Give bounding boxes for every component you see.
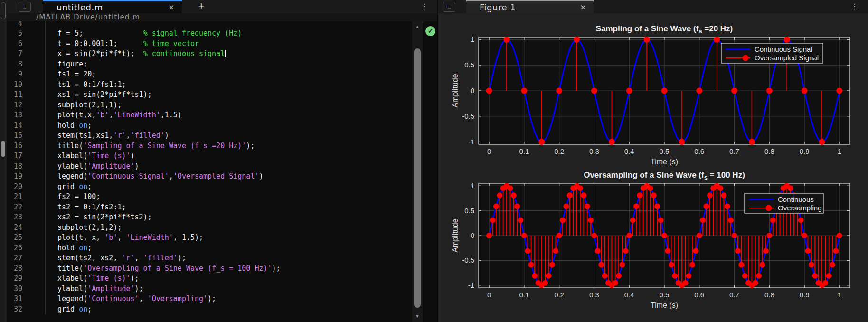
code-line[interactable]: 31legend('Continuous', 'Oversampling');: [7, 294, 412, 304]
code-line[interactable]: 4: [7, 21, 412, 28]
line-number: 29: [7, 274, 46, 284]
chart-title: Oversampling of a Sine Wave (fs = 100 Hz…: [584, 170, 745, 181]
tick-label: 0.5: [660, 147, 670, 155]
tick-label: 0.5: [464, 61, 474, 69]
line-text: stem(ts1,xs1,'r','filled'): [46, 131, 169, 141]
tick-label: 0.8: [764, 291, 774, 299]
tab-untitled[interactable]: untitled.m ✕: [43, 0, 182, 13]
code-line[interactable]: 28title('Oversampling of a Sine Wave (f_…: [7, 264, 412, 274]
line-text: ts1 = 0:1/fs1:1;: [46, 80, 126, 90]
line-text: legend('Continuous Signal','Oversampled …: [46, 171, 264, 182]
code-line[interactable]: 20grid on;: [7, 182, 412, 192]
figure-canvas[interactable]: 00.10.20.30.40.50.60.70.80.91-1-0.500.51…: [438, 13, 868, 322]
code-line[interactable]: 16title('Sampling of a Sine Wave (f_s =2…: [7, 141, 412, 152]
line-text: f = 5; % signal frequency (Hz): [46, 28, 242, 39]
code-line[interactable]: 26hold on;: [7, 243, 412, 254]
breadcrumb[interactable]: /MATLAB Drive/untitled.m: [7, 13, 438, 21]
line-number: 18: [7, 161, 46, 172]
tick-label: 0.6: [694, 147, 704, 155]
code-line[interactable]: 24subplot(2,1,2);: [7, 223, 412, 233]
tick-label: 0.5: [660, 291, 670, 299]
line-text: ts2 = 0:1/fs2:1;: [46, 202, 126, 213]
line-text: hold on;: [46, 121, 92, 131]
code-line[interactable]: 14hold on;: [7, 121, 412, 131]
tick-label: 0.3: [589, 291, 599, 299]
scroll-down-icon[interactable]: ▼: [412, 313, 423, 320]
figure-overflow-menu-icon[interactable]: ⋮: [851, 2, 859, 11]
code-analyzer-gutter: ✓: [423, 21, 438, 322]
line-number: 14: [7, 121, 46, 131]
code-line[interactable]: 10ts1 = 0:1/fs1:1;: [7, 80, 412, 90]
code-line[interactable]: 21fs2 = 100;: [7, 192, 412, 202]
line-text: hold on;: [46, 243, 92, 254]
code-line[interactable]: 6t = 0:0.001:1; % time vector: [7, 39, 412, 49]
line-number: 24: [7, 223, 46, 233]
tick-label: 0: [471, 86, 474, 95]
tab-title: Figure 1: [466, 2, 516, 12]
legend-entry: Continuous Signal: [755, 45, 812, 53]
editor-menu-button[interactable]: ≡: [19, 2, 31, 12]
panel-drag-handle[interactable]: [1, 2, 6, 19]
line-text: plot(t,x,'b','LineWidth',1.5): [46, 110, 182, 121]
code-line[interactable]: 30ylabel('Amplitude');: [7, 284, 412, 294]
tick-label: 0.9: [800, 291, 810, 299]
line-number: 26: [7, 243, 46, 254]
line-text: subplot(2,1,1);: [46, 100, 122, 111]
line-text: title('Oversampling of a Sine Wave (f_s …: [46, 264, 281, 274]
code-line[interactable]: 13plot(t,x,'b','LineWidth',1.5): [7, 110, 412, 121]
legend[interactable]: Continuous SignalOversampled Signal: [721, 43, 823, 63]
hamburger-icon: ≡: [447, 3, 451, 10]
tick-label: 0.6: [694, 291, 704, 299]
close-icon[interactable]: ✕: [580, 3, 594, 12]
x-axis-label: Time (s): [651, 158, 678, 166]
legend-entry: Continuous: [778, 195, 814, 203]
code-line[interactable]: 32grid on;: [7, 304, 412, 315]
code-line[interactable]: 12subplot(2,1,1);: [7, 100, 412, 111]
tick-label: 1: [838, 147, 841, 155]
code-line[interactable]: 8figure;: [7, 59, 412, 70]
code-line[interactable]: 17xlabel('Time (s)'): [7, 151, 412, 161]
scrollbar-thumb[interactable]: [414, 48, 421, 308]
line-number: 19: [7, 171, 46, 182]
line-number: 6: [7, 39, 46, 49]
code-analyzer-status-icon[interactable]: ✓: [425, 26, 435, 36]
code-line[interactable]: 11xs1 = sin(2*pi*f*ts1);: [7, 90, 412, 100]
line-text: plot(t, x, 'b', 'LineWidth', 1.5);: [46, 233, 203, 243]
line-number: 10: [7, 80, 46, 90]
figure-menu-button[interactable]: ≡: [443, 2, 455, 12]
tick-label: 0.9: [800, 147, 810, 155]
editor-side-strip[interactable]: [0, 0, 7, 322]
code-line[interactable]: 19legend('Continuous Signal','Oversample…: [7, 171, 412, 182]
line-text: grid on;: [46, 304, 92, 315]
new-tab-button[interactable]: +: [195, 0, 208, 13]
line-text: xs1 = sin(2*pi*f*ts1);: [46, 90, 152, 100]
code-line[interactable]: 7x = sin(2*pi*f*t); % continuous signal: [7, 49, 412, 59]
code-editor[interactable]: 45f = 5; % signal frequency (Hz)6t = 0:0…: [7, 21, 412, 322]
line-number: 27: [7, 253, 46, 264]
line-number: 28: [7, 264, 46, 274]
code-line[interactable]: 29xlabel('Time (s)');: [7, 274, 412, 284]
code-line[interactable]: 15stem(ts1,xs1,'r','filled'): [7, 131, 412, 141]
code-line[interactable]: 5f = 5; % signal frequency (Hz): [7, 28, 412, 39]
chart-title: Sampling of a Sine Wave (fs =20 Hz): [596, 24, 733, 35]
tick-label: 0: [471, 231, 474, 239]
tick-label: 0.2: [554, 147, 564, 155]
code-line[interactable]: 27stem(ts2, xs2, 'r', 'filled');: [7, 253, 412, 264]
code-line[interactable]: 25plot(t, x, 'b', 'LineWidth', 1.5);: [7, 233, 412, 243]
line-number: 15: [7, 131, 46, 141]
scroll-up-icon[interactable]: ▲: [412, 23, 423, 31]
tab-figure-1[interactable]: Figure 1 ✕: [466, 0, 594, 13]
code-line[interactable]: 9fs1 = 20;: [7, 69, 412, 80]
line-number: 32: [7, 304, 46, 315]
editor-overflow-menu-icon[interactable]: ⋮: [421, 2, 428, 11]
close-icon[interactable]: ✕: [168, 3, 182, 12]
code-line[interactable]: 23xs2 = sin(2*pi*f*ts2);: [7, 212, 412, 223]
tick-label: -0.5: [462, 256, 474, 264]
code-line[interactable]: 18ylabel('Amplitude'): [7, 161, 412, 172]
line-text: fs2 = 100;: [46, 192, 100, 202]
line-number: 4: [7, 21, 46, 28]
line-text: subplot(2,1,2);: [46, 223, 122, 233]
editor-scrollbar[interactable]: ▲ ▼: [412, 21, 423, 322]
legend[interactable]: ContinuousOversampling: [745, 193, 823, 213]
code-line[interactable]: 22ts2 = 0:1/fs2:1;: [7, 202, 412, 213]
